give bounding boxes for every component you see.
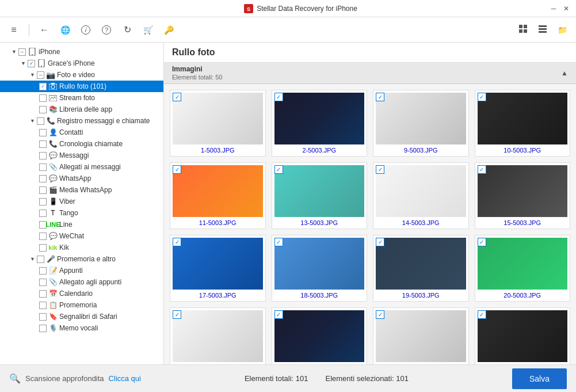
image-checkbox-7[interactable] xyxy=(478,165,486,174)
grid-item-5[interactable]: 13-5003.JPG xyxy=(272,162,368,229)
expand-icon[interactable]: ▼ xyxy=(21,60,28,66)
iphone-checkbox[interactable] xyxy=(18,48,26,56)
sidebar-item-contatti[interactable]: 👤 Contatti xyxy=(0,127,163,138)
list-view-button[interactable] xyxy=(535,22,551,38)
image-checkbox-12[interactable] xyxy=(173,310,181,319)
sidebar-item-allegato-appunti[interactable]: 📎 Allegato agli appunti xyxy=(0,276,163,288)
image-checkbox-11[interactable] xyxy=(478,238,486,246)
sidebar-item-viber[interactable]: 📱 Viber xyxy=(0,196,163,207)
sidebar-item-calendario[interactable]: 📅 Calendario xyxy=(0,288,163,299)
kik-checkbox[interactable] xyxy=(39,244,47,252)
grid-item-0[interactable]: 1-5003.JPG xyxy=(170,90,266,157)
grid-item-12[interactable]: 21-5003.JPG xyxy=(170,307,266,364)
web-button[interactable]: 🌐 xyxy=(57,22,73,38)
sidebar-item-allegati[interactable]: 📎 Allegati ai messaggi xyxy=(0,161,163,173)
contatti-checkbox[interactable] xyxy=(39,129,47,136)
cal-checkbox[interactable] xyxy=(39,290,47,298)
sidebar-item-registro[interactable]: ▼ 📞 Registro messaggi e chiamate xyxy=(0,115,163,127)
grid-item-9[interactable]: 18-5003.JPG xyxy=(272,235,368,302)
grid-item-15[interactable]: 24-5003.JPG xyxy=(475,307,571,364)
expand-icon[interactable]: ▼ xyxy=(30,256,37,262)
sidebar-item-cronologia[interactable]: 📞 Cronologia chiamate xyxy=(0,138,163,150)
grid-item-13[interactable]: 22-5003.JPG xyxy=(272,307,368,364)
prom-checkbox[interactable] xyxy=(37,256,44,263)
back-button[interactable]: ← xyxy=(36,22,52,38)
grid-item-2[interactable]: 9-5003.JPG xyxy=(373,90,469,157)
sidebar-item-wechat[interactable]: 💬 WeChat xyxy=(0,230,163,242)
expand-icon[interactable]: ▼ xyxy=(30,72,37,78)
sidebar-item-whatsapp[interactable]: 💬 WhatsApp xyxy=(0,173,163,184)
image-checkbox-13[interactable] xyxy=(274,310,283,319)
grid-item-10[interactable]: 19-5003.JPG xyxy=(373,235,469,302)
sidebar-item-tango[interactable]: T Tango xyxy=(0,207,163,219)
sidebar-item-messaggi[interactable]: 💬 Messaggi xyxy=(0,150,163,161)
registro-checkbox[interactable] xyxy=(37,117,44,125)
sidebar-item-foto-video[interactable]: ▼ 📷 Foto e video xyxy=(0,69,163,81)
scan-link[interactable]: Clicca qui xyxy=(109,374,141,383)
grid-item-7[interactable]: 15-5003.JPG xyxy=(475,162,571,229)
info-button[interactable]: i xyxy=(78,22,94,38)
sidebar-item-line[interactable]: LINE Line xyxy=(0,219,163,230)
sidebar-item-iphone[interactable]: ▼ iPhone xyxy=(0,46,163,58)
sidebar-item-media-whatsapp[interactable]: 🎬 Media WhatsApp xyxy=(0,184,163,196)
image-checkbox-9[interactable] xyxy=(274,238,283,246)
device-checkbox[interactable] xyxy=(28,60,35,67)
mwa-checkbox[interactable] xyxy=(39,187,47,194)
grid-item-6[interactable]: 14-5003.JPG xyxy=(373,162,469,229)
segnalibri-checkbox[interactable] xyxy=(39,313,47,321)
sidebar-item-segnalibri[interactable]: 🔖 Segnalibri di Safari xyxy=(0,311,163,322)
sidebar-item-kik[interactable]: kik Kik xyxy=(0,242,163,253)
image-checkbox-3[interactable] xyxy=(478,93,486,101)
all-app-checkbox[interactable] xyxy=(39,279,47,286)
image-checkbox-15[interactable] xyxy=(478,310,486,319)
grid-item-14[interactable]: 23-5003.JPG xyxy=(373,307,469,364)
image-checkbox-0[interactable] xyxy=(173,93,181,101)
close-button[interactable]: ✕ xyxy=(562,5,570,13)
stream-checkbox[interactable] xyxy=(39,94,47,102)
refresh-button[interactable]: ↻ xyxy=(119,22,135,38)
save-button[interactable]: Salva xyxy=(512,368,567,389)
key-button[interactable]: 🔑 xyxy=(161,22,177,38)
expand-icon[interactable]: ▼ xyxy=(30,118,37,124)
sidebar-item-device[interactable]: ▼ Grace's iPhone xyxy=(0,58,163,69)
sidebar-item-rullo-foto[interactable]: Rullo foto (101) xyxy=(0,81,163,92)
menu-button[interactable]: ≡ xyxy=(6,22,22,38)
grid-view-button[interactable] xyxy=(515,22,531,38)
cart-button[interactable]: 🛒 xyxy=(140,22,156,38)
expand-icon[interactable]: ▼ xyxy=(12,49,18,55)
image-checkbox-10[interactable] xyxy=(376,238,384,246)
image-checkbox-2[interactable] xyxy=(376,93,384,101)
libreria-checkbox[interactable] xyxy=(39,106,47,113)
grid-item-11[interactable]: 20-5003.JPG xyxy=(475,235,571,302)
foto-checkbox[interactable] xyxy=(37,71,44,79)
sidebar-item-promemoria[interactable]: 📋 Promemoria xyxy=(0,299,163,311)
wa-checkbox[interactable] xyxy=(39,175,47,182)
sidebar-item-libreria[interactable]: 📚 Libreria delle app xyxy=(0,104,163,115)
tango-checkbox[interactable] xyxy=(39,210,47,217)
sidebar-item-promemoria-group[interactable]: ▼ 🎤 Promemoria e altro xyxy=(0,253,163,265)
help-button[interactable]: ? xyxy=(98,22,115,38)
image-checkbox-4[interactable] xyxy=(173,165,181,174)
folder-view-button[interactable]: 📁 xyxy=(554,22,570,38)
sidebar-item-appunti[interactable]: 📝 Appunti xyxy=(0,265,163,276)
image-checkbox-6[interactable] xyxy=(376,165,384,174)
msg-checkbox[interactable] xyxy=(39,152,47,159)
rullo-checkbox[interactable] xyxy=(39,83,47,90)
grid-item-8[interactable]: 17-5003.JPG xyxy=(170,235,266,302)
sidebar-item-memo[interactable]: 🎙️ Memo vocali xyxy=(0,322,163,334)
memo-checkbox[interactable] xyxy=(39,325,47,332)
image-checkbox-8[interactable] xyxy=(173,238,181,246)
wechat-checkbox[interactable] xyxy=(39,233,47,240)
all-checkbox[interactable] xyxy=(39,163,47,171)
image-checkbox-14[interactable] xyxy=(376,310,384,319)
minimize-button[interactable]: ─ xyxy=(550,5,558,13)
grid-item-4[interactable]: 11-5003.JPG xyxy=(170,162,266,229)
prom2-checkbox[interactable] xyxy=(39,302,47,309)
viber-checkbox[interactable] xyxy=(39,198,47,205)
grid-item-1[interactable]: 2-5003.JPG xyxy=(272,90,368,157)
grid-item-3[interactable]: 10-5003.JPG xyxy=(475,90,571,157)
app-checkbox[interactable] xyxy=(39,267,47,275)
cron-checkbox[interactable] xyxy=(39,140,47,148)
image-checkbox-5[interactable] xyxy=(274,165,283,174)
image-checkbox-1[interactable] xyxy=(274,93,283,101)
